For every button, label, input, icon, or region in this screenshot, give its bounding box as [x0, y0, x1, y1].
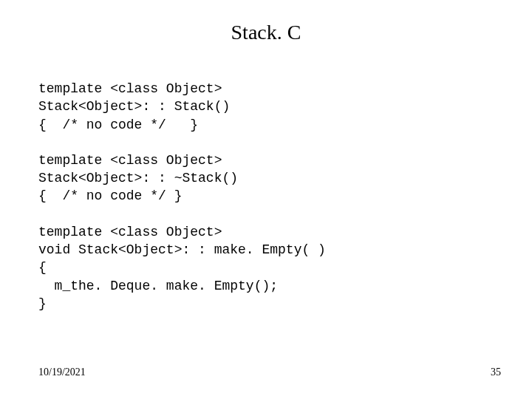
slide-body: template <class Object> Stack<Object>: :…: [38, 80, 497, 330]
footer-page-number: 35: [491, 366, 501, 378]
code-block-3: template <class Object> void Stack<Objec…: [38, 223, 497, 313]
slide: Stack. C template <class Object> Stack<O…: [0, 0, 532, 399]
footer-date: 10/19/2021: [38, 366, 86, 378]
slide-title: Stack. C: [0, 21, 532, 44]
code-block-2: template <class Object> Stack<Object>: :…: [38, 151, 497, 205]
code-block-1: template <class Object> Stack<Object>: :…: [38, 80, 497, 134]
